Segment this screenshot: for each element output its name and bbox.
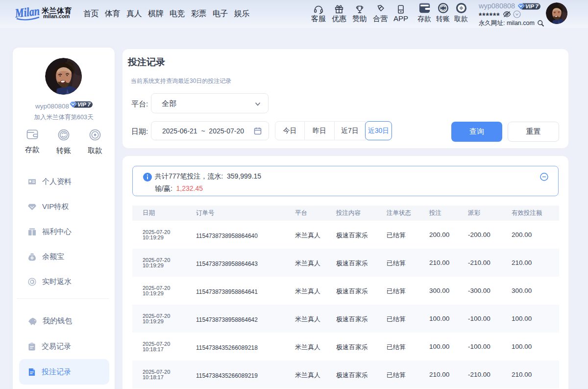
svg-text:VIP 7: VIP 7 [77, 102, 91, 107]
svg-text:VIP 7: VIP 7 [525, 3, 539, 9]
